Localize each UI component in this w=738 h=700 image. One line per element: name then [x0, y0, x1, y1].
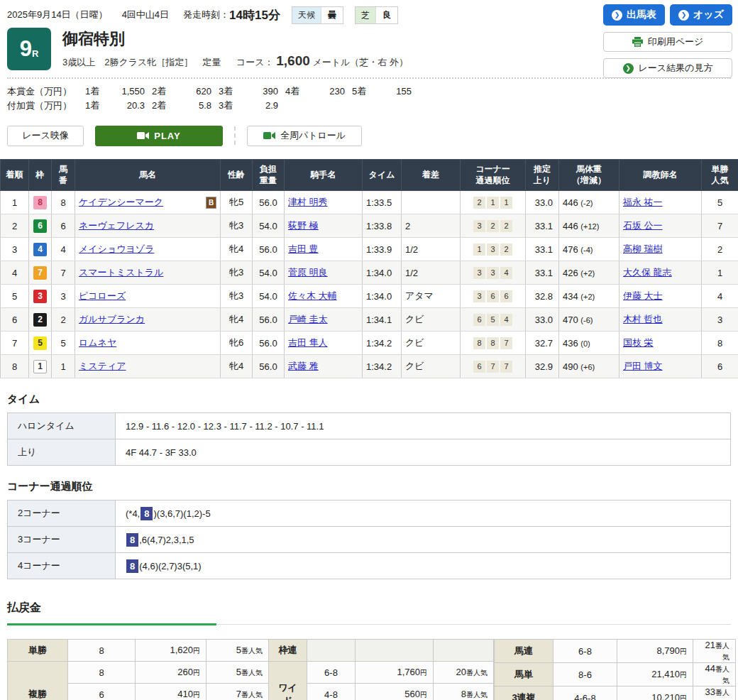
- side-buttons: ❯出馬表 ❯オッズ 印刷用ページ ❯ レース結果の見方: [603, 4, 732, 78]
- prize-section: 本賞金（万円） 1着 1,550 2着 620 3着 390 4着 230 5着…: [7, 84, 731, 113]
- trainer-link[interactable]: 伊藤 大士: [623, 290, 663, 301]
- race-time: 1:34.0: [363, 285, 402, 308]
- horse-name-link[interactable]: スマートミストラル: [79, 266, 163, 279]
- payout-row: 馬単 8-6 21,410円 44番人気: [495, 663, 736, 687]
- prize-pair: 1着 20.3: [85, 99, 152, 113]
- corner-position: 3: [487, 244, 499, 256]
- race-result-page: 2025年9月14日（日曜） 4回中山4日 発走時刻： 14時15分 天候 曇 …: [0, 0, 738, 700]
- impost-weight: 54.0: [253, 285, 285, 308]
- prize-amount: 620: [175, 84, 219, 99]
- race-number-badge: 9 R: [7, 28, 51, 70]
- trainer-link[interactable]: 大久保 龍志: [623, 267, 672, 278]
- payout-amount: 8,790円: [617, 640, 693, 663]
- trainer-cell: 高柳 瑞樹: [619, 238, 702, 261]
- horse-name-link[interactable]: ケイデンシーマーク: [79, 196, 163, 209]
- results-header-cell: コーナー 通過順位: [461, 160, 526, 191]
- chevron-right-icon: ❯: [623, 63, 634, 74]
- corner-position: 7: [500, 337, 512, 349]
- trainer-cell: 石坂 公一: [619, 214, 702, 238]
- finish-position: 3: [1, 238, 29, 261]
- result-guide-button[interactable]: ❯ レース結果の見方: [603, 58, 732, 78]
- win-popularity: 8: [702, 332, 738, 355]
- frame-cell: 5: [29, 332, 52, 355]
- main-prize-pairs: 1着 1,550 2着 620 3着 390 4着 230 5着 155: [85, 84, 419, 99]
- horse-number: 3: [52, 285, 75, 308]
- entries-button[interactable]: ❯出馬表: [603, 4, 665, 26]
- video-bar: レース映像 PLAY 全周パトロール: [7, 125, 731, 146]
- horse-name-link[interactable]: ネーヴェフレスカ: [79, 219, 154, 232]
- corner-position: 8: [487, 337, 499, 349]
- results-header-cell: 馬 番: [52, 160, 75, 191]
- horse-name-link[interactable]: ガルサブランカ: [79, 313, 145, 326]
- trainer-link[interactable]: 福永 祐一: [623, 197, 663, 207]
- jockey-cell: 荻野 極: [285, 214, 363, 238]
- horse-name-cell: ロムネヤ: [75, 332, 221, 355]
- jockey-link[interactable]: 吉田 隼人: [288, 337, 328, 348]
- jockey-link[interactable]: 菅原 明良: [288, 267, 328, 278]
- corner-row: 2コーナー (*4,8)(3,6,7)(1,2)-5: [8, 501, 731, 527]
- horse-name-link[interactable]: ピコローズ: [79, 290, 126, 302]
- trainer-link[interactable]: 国枝 栄: [623, 337, 654, 348]
- jockey-link[interactable]: 荻野 極: [288, 220, 319, 231]
- margin-cell: [402, 191, 461, 214]
- time-row-value: 4F 44.7 - 3F 33.0: [116, 439, 731, 466]
- trainer-link[interactable]: 戸田 博文: [623, 361, 663, 371]
- results-header-cell: 着差: [402, 160, 461, 191]
- prize-amount: 5.8: [175, 99, 219, 113]
- race-video-button[interactable]: レース映像: [7, 126, 84, 146]
- prize-amount: 155: [375, 84, 419, 99]
- course-distance: 1,600: [276, 53, 310, 68]
- horse-number: 1: [52, 355, 75, 378]
- corner-order-cell: 132: [461, 238, 526, 261]
- weather-value: 曇: [321, 7, 343, 23]
- sex-age: 牝3: [221, 285, 253, 308]
- corner-position: 5: [487, 314, 499, 326]
- jockey-cell: 菅原 明良: [285, 261, 363, 285]
- finish-position: 5: [1, 285, 29, 308]
- payout-combination: 8-6: [554, 663, 617, 687]
- corner-position: 8: [473, 337, 485, 349]
- payout-combination: 4-6-8: [554, 687, 617, 700]
- impost-weight: 56.0: [253, 191, 285, 214]
- play-button[interactable]: PLAY: [95, 126, 223, 146]
- odds-button[interactable]: ❯オッズ: [670, 4, 732, 26]
- trainer-link[interactable]: 高柳 瑞樹: [623, 244, 663, 254]
- jockey-link[interactable]: 吉田 豊: [288, 244, 319, 254]
- patrol-video-button[interactable]: 全周パトロール: [247, 126, 362, 146]
- horse-name-link[interactable]: メイショウヨゾラ: [79, 243, 154, 256]
- jockey-link[interactable]: 武藤 雅: [288, 361, 319, 371]
- trainer-link[interactable]: 木村 哲也: [623, 314, 663, 324]
- payout-left-body: 単勝81,620円5番人気 枠連 複勝8260円5番人気 ワイド6-81,760…: [8, 640, 494, 700]
- horse-name-link[interactable]: ミスティア: [79, 360, 126, 373]
- prize-place: 3着: [219, 84, 241, 99]
- prize-place: 2着: [152, 99, 175, 113]
- prize-place: 4着: [285, 84, 308, 99]
- body-weight-cell: 446 (+12): [559, 214, 619, 238]
- jockey-link[interactable]: 佐々木 大輔: [288, 290, 337, 301]
- prize-place: 1着: [85, 99, 108, 113]
- corner-order-cell: 887: [461, 332, 526, 355]
- payout-popularity: 7番人気: [206, 684, 269, 700]
- payout-heading: 払戻金: [7, 601, 731, 624]
- corner-position: 1: [500, 197, 512, 209]
- result-guide-label: レース結果の見方: [639, 62, 713, 75]
- payout-combination: 8: [68, 640, 136, 662]
- race-title: 御宿特別: [62, 29, 408, 49]
- play-label: PLAY: [154, 131, 180, 141]
- print-page-button[interactable]: 印刷用ページ: [603, 32, 732, 52]
- impost-weight: 54.0: [253, 214, 285, 238]
- results-body: 1 8 8 ケイデンシーマークB 牝5 56.0 津村 明秀 1:33.5 21…: [1, 191, 738, 378]
- payout-amount: 21,410円: [617, 663, 693, 687]
- jockey-link[interactable]: 津村 明秀: [288, 197, 328, 207]
- results-header-cell: 着順: [1, 160, 29, 191]
- payout-empty-cell: [434, 640, 494, 662]
- body-weight-cell: 470 (-6): [559, 308, 619, 332]
- payout-combination: 4-8: [307, 684, 356, 700]
- trainer-link[interactable]: 石坂 公一: [623, 220, 663, 231]
- prize-amount: 390: [241, 84, 285, 99]
- jockey-link[interactable]: 戸崎 圭太: [288, 314, 328, 324]
- corner-order-cell: 211: [461, 191, 526, 214]
- horse-number: 6: [52, 214, 75, 238]
- payout-popularity: 8番人気: [434, 684, 494, 700]
- horse-name-link[interactable]: ロムネヤ: [79, 337, 116, 349]
